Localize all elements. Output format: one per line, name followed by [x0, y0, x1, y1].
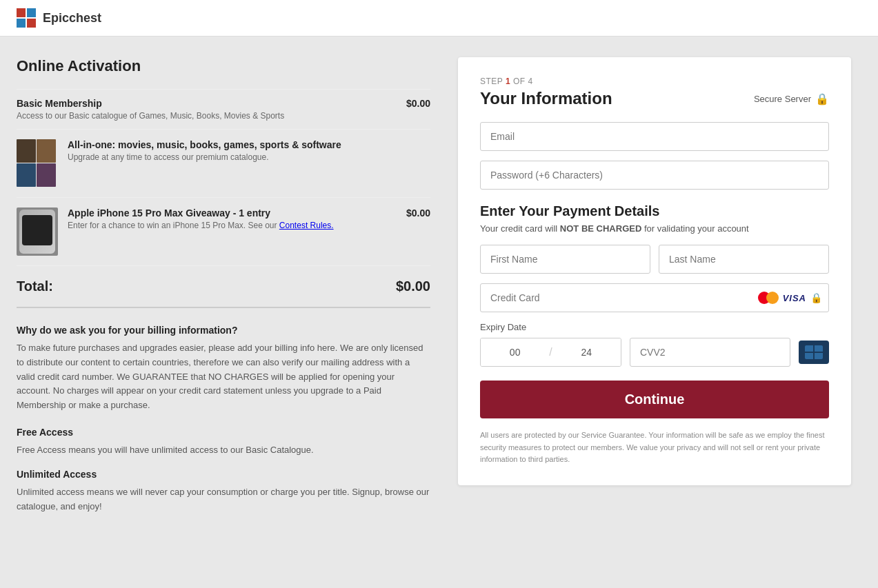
- giveaway-name: Apple iPhone 15 Pro Max Giveaway - 1 ent…: [68, 207, 383, 219]
- main-content: Online Activation Basic Membership Acces…: [0, 37, 878, 534]
- total-label: Total:: [17, 278, 53, 294]
- left-panel: Online Activation Basic Membership Acces…: [17, 57, 458, 514]
- mastercard-icon: [758, 291, 779, 305]
- basic-membership-name: Basic Membership: [17, 98, 284, 109]
- header-title: Epicchest: [43, 11, 101, 26]
- free-access-section: Free Access Free Access means you will h…: [17, 427, 430, 458]
- iphone-image: [17, 207, 58, 256]
- card-chip-icon: [799, 341, 829, 364]
- svg-rect-1: [27, 8, 36, 17]
- svg-rect-2: [17, 19, 26, 28]
- giveaway-item: Apple iPhone 15 Pro Max Giveaway - 1 ent…: [17, 198, 430, 266]
- expiry-input-group: /: [480, 338, 621, 367]
- password-input[interactable]: [480, 161, 829, 190]
- total-amount: $0.00: [396, 278, 430, 294]
- giveaway-desc: Enter for a chance to win an iPhone 15 P…: [68, 221, 383, 230]
- credit-card-group: VISA 🔒: [480, 283, 829, 312]
- logo-icon: [17, 8, 36, 28]
- right-panel: STEP 1 OF 4 Your Information Secure Serv…: [458, 57, 851, 485]
- cvv-input[interactable]: [630, 338, 790, 367]
- unlimited-access-text: Unlimited access means we will never cap…: [17, 485, 430, 514]
- giveaway-info: Apple iPhone 15 Pro Max Giveaway - 1 ent…: [68, 207, 383, 230]
- unlimited-access-section: Unlimited Access Unlimited access means …: [17, 469, 430, 514]
- expiry-month-input[interactable]: [481, 338, 549, 366]
- header: Epicchest: [0, 0, 878, 37]
- basic-membership-info: Basic Membership Access to our Basic cat…: [17, 98, 284, 121]
- unlimited-access-heading: Unlimited Access: [17, 469, 430, 480]
- expiry-label: Expiry Date: [480, 322, 829, 332]
- total-row: Total: $0.00: [17, 266, 430, 308]
- basic-membership-price: $0.00: [406, 98, 430, 109]
- security-note: All users are protected by our Service G…: [480, 429, 829, 466]
- svg-rect-0: [17, 8, 26, 17]
- bundle-info: All-in-one: movies, music, books, games,…: [68, 139, 341, 162]
- visa-icon: VISA: [783, 293, 806, 303]
- billing-info-text: To make future purchases and upgrades ea…: [17, 341, 430, 413]
- payment-title: Enter Your Payment Details: [480, 203, 829, 219]
- billing-info-heading: Why do we ask you for your billing infor…: [17, 325, 430, 336]
- email-group: [480, 122, 829, 151]
- free-access-heading: Free Access: [17, 427, 430, 438]
- basic-membership-desc: Access to our Basic catalogue of Games, …: [17, 111, 284, 121]
- first-name-input[interactable]: [480, 245, 650, 274]
- billing-info-section: Why do we ask you for your billing infor…: [17, 325, 430, 413]
- continue-button[interactable]: Continue: [480, 381, 829, 418]
- expiry-row: /: [480, 338, 829, 367]
- contest-rules-link[interactable]: Contest Rules.: [279, 221, 334, 230]
- card-icons: VISA 🔒: [758, 291, 822, 305]
- secure-server: Secure Server 🔒: [754, 92, 829, 105]
- secure-server-label: Secure Server: [754, 94, 811, 104]
- panel-header: Your Information Secure Server 🔒: [480, 89, 829, 108]
- name-row: [480, 245, 829, 274]
- basic-membership-item: Basic Membership Access to our Basic cat…: [17, 89, 430, 130]
- last-name-input[interactable]: [659, 245, 829, 274]
- payment-subtitle: Your credit card will NOT BE CHARGED for…: [480, 223, 829, 234]
- expiry-year-input[interactable]: [552, 338, 621, 366]
- free-access-text: Free Access means you will have unlimite…: [17, 443, 430, 458]
- bundle-desc: Upgrade at any time to access our premiu…: [68, 152, 341, 162]
- card-lock-icon: 🔒: [810, 292, 822, 303]
- giveaway-price: $0.00: [406, 207, 430, 219]
- lock-icon: 🔒: [815, 92, 829, 105]
- email-input[interactable]: [480, 122, 829, 151]
- bundle-item: All-in-one: movies, music, books, games,…: [17, 130, 430, 198]
- section-title: Online Activation: [17, 57, 430, 75]
- bundle-name: All-in-one: movies, music, books, games,…: [68, 139, 341, 150]
- bundle-image: [17, 139, 58, 187]
- svg-rect-3: [27, 19, 36, 28]
- step-indicator: STEP 1 OF 4: [480, 77, 829, 86]
- panel-title: Your Information: [480, 89, 612, 108]
- password-group: [480, 161, 829, 190]
